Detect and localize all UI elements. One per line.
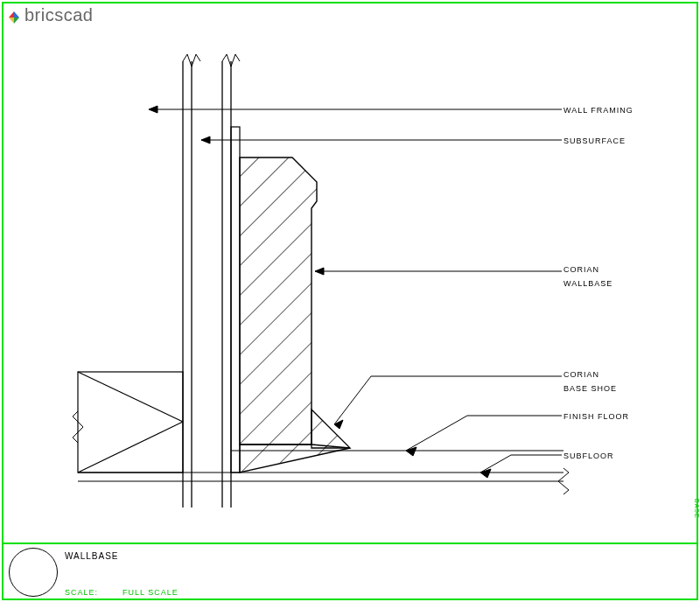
app-frame: bricscad — [0, 0, 700, 602]
svg-marker-19 — [201, 136, 210, 144]
scale-label: SCALE: — [65, 588, 98, 597]
svg-marker-0 — [14, 11, 19, 18]
svg-marker-3 — [14, 18, 19, 24]
titleblock-divider — [4, 542, 696, 544]
side-note: BASE — [694, 499, 700, 519]
svg-line-14 — [78, 372, 183, 422]
svg-line-29 — [480, 455, 511, 472]
svg-line-26 — [406, 416, 467, 451]
svg-rect-13 — [78, 372, 183, 472]
callout-wall-framing: WALL FRAMING — [564, 103, 634, 117]
callout-corian-wallbase: CORIAN WALLBASE — [564, 262, 612, 290]
callout-finish-floor: FINISH FLOOR — [564, 410, 629, 424]
subsurface-panel — [231, 127, 240, 472]
svg-marker-1 — [9, 11, 14, 18]
drawing-title: WALLBASE — [65, 551, 119, 561]
svg-line-15 — [78, 422, 183, 472]
callout-corian-baseshoe: CORIAN BASE SHOE — [564, 368, 617, 396]
svg-marker-21 — [315, 268, 324, 275]
svg-rect-9 — [231, 127, 240, 472]
app-logo: bricscad — [7, 5, 93, 25]
left-blocking — [73, 372, 183, 472]
callout-subfloor: SUBFLOOR — [564, 449, 614, 463]
svg-line-23 — [334, 376, 371, 424]
leader-lines — [149, 106, 562, 478]
bricscad-logo-icon — [7, 9, 21, 23]
svg-marker-27 — [406, 447, 416, 456]
corian-wallbase-section — [240, 158, 317, 444]
svg-marker-24 — [334, 420, 343, 429]
app-name: bricscad — [24, 5, 93, 25]
svg-marker-2 — [9, 18, 14, 24]
detail-marker-circle — [9, 548, 58, 597]
svg-marker-30 — [480, 469, 491, 478]
scale-value: FULL SCALE — [122, 588, 178, 597]
svg-marker-17 — [149, 106, 158, 113]
callout-subsurface: SUBSURFACE — [564, 134, 626, 148]
